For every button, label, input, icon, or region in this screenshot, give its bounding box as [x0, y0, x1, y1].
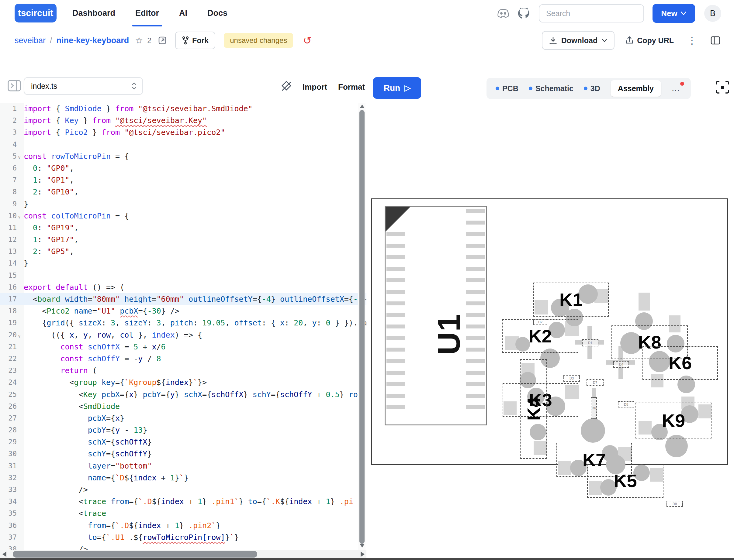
scroll-up-arrow[interactable]	[360, 105, 364, 108]
chip-pin	[466, 359, 485, 363]
line-number: 13	[0, 246, 17, 257]
code-line: 33 />	[0, 484, 366, 496]
code-line: 26 <SmdDiode	[0, 400, 366, 412]
fullscreen-icon[interactable]	[715, 80, 730, 94]
chip-pin	[466, 267, 485, 271]
new-button[interactable]: New	[653, 4, 695, 23]
editor-toolbar: index.ts Import Format Run ▷ PCBSchemati…	[0, 54, 734, 103]
chip-pin	[466, 382, 485, 386]
view-tab-assembly[interactable]: Assembly	[611, 80, 661, 97]
tscircuit-logo[interactable]: tscircuit	[15, 4, 57, 22]
code-line: 6 0: "GP0",	[0, 162, 366, 174]
line-number: 23	[0, 365, 17, 376]
download-icon	[549, 36, 557, 45]
formatter-disabled-icon[interactable]	[280, 80, 293, 93]
line-number: 16	[0, 281, 17, 293]
chip-pin	[387, 278, 405, 282]
line-number: 33	[0, 484, 17, 496]
fork-icon	[182, 36, 189, 45]
scroll-left-arrow[interactable]	[2, 551, 6, 557]
view-tab-label: Assembly	[618, 84, 654, 93]
chip-pin	[387, 371, 405, 375]
nav-item-ai[interactable]: AI	[179, 0, 187, 26]
avatar[interactable]: B	[704, 5, 721, 22]
chip-pin	[466, 278, 485, 282]
tab-status-dot	[496, 87, 499, 90]
select-chevrons-icon	[131, 82, 137, 90]
fold-chevron-icon[interactable]: ∨	[18, 152, 21, 163]
view-tab-pcb[interactable]: PCB	[496, 84, 519, 93]
code-line: 29 schX={schOffX}	[0, 436, 366, 448]
file-select[interactable]: index.ts	[24, 77, 143, 95]
code-line: 13 2: "GP5",	[0, 246, 366, 257]
undo-icon[interactable]: ↺	[303, 35, 312, 46]
line-number: 31	[0, 460, 17, 472]
chip-pin	[466, 232, 485, 236]
nav-item-dashboard[interactable]: Dashboard	[72, 0, 115, 26]
line-number: 29	[0, 436, 17, 448]
code-line: 14}	[0, 257, 366, 269]
collapse-sidebar-icon[interactable]	[7, 80, 21, 92]
code-line: 36 from={`.D${index + 1} .pin2`}	[0, 520, 366, 531]
assembly-board-canvas[interactable]: U1 K1K2K8K6K3K4K9K7K5D1D4D3D7D8D9D2D6	[371, 198, 728, 465]
open-external-icon[interactable]	[158, 36, 167, 45]
vertical-scroll-thumb[interactable]	[359, 110, 364, 544]
import-button[interactable]: Import	[302, 82, 327, 92]
code-editor[interactable]: 1import { SmdDiode } from "@tsci/seveiba…	[0, 103, 366, 551]
code-line: 8 2: "GP10",	[0, 186, 366, 198]
horizontal-scroll-thumb[interactable]	[13, 551, 257, 558]
breadcrumb-bar: seveibar / nine-key-keyboard ☆ 2 Fork un…	[0, 27, 734, 54]
more-views-tab[interactable]: …	[671, 84, 682, 93]
format-button[interactable]: Format	[338, 82, 365, 92]
chip-pin	[387, 382, 405, 386]
top-navbar: tscircuit Dashboard Editor AI Docs New B	[0, 0, 734, 27]
fork-button[interactable]: Fork	[175, 32, 215, 49]
code-line: 19 {grid({ sizeX: 3, sizeY: 3, pitch: 19…	[0, 317, 366, 329]
search-input[interactable]	[539, 4, 644, 22]
chip-pin	[387, 336, 405, 340]
github-icon[interactable]	[518, 7, 530, 19]
panel-divider[interactable]	[368, 54, 368, 558]
preview-view-tabs: PCBSchematic3DAssembly…	[487, 78, 691, 99]
view-tab-schematic[interactable]: Schematic	[529, 84, 574, 93]
breadcrumb-repo-link[interactable]: nine-key-keyboard	[57, 36, 129, 45]
chip-pin	[466, 405, 485, 409]
chip-pin	[466, 313, 485, 317]
nav-item-editor[interactable]: Editor	[135, 0, 159, 26]
code-line: 16export default () => (	[0, 281, 366, 293]
download-button[interactable]: Download	[542, 31, 615, 50]
copy-url-button[interactable]: Copy URL	[626, 36, 674, 45]
diode-outline-d6: D6	[591, 397, 597, 419]
breadcrumb-owner-link[interactable]: seveibar	[15, 36, 46, 45]
line-number: 18	[0, 305, 17, 317]
chip-pin	[466, 290, 485, 294]
line-number: 1	[0, 103, 17, 115]
line-number: 5	[0, 150, 17, 162]
code-line: 10∨const colToMicroPin = {	[0, 210, 366, 222]
star-icon[interactable]: ☆	[135, 35, 143, 46]
discord-icon[interactable]	[497, 8, 510, 19]
star-count: 2	[147, 36, 151, 45]
chip-pin	[387, 290, 405, 294]
fold-chevron-icon[interactable]: ∨	[18, 330, 21, 342]
fold-chevron-icon[interactable]: ∨	[18, 211, 21, 223]
nav-item-docs[interactable]: Docs	[207, 0, 227, 26]
scroll-down-arrow[interactable]	[360, 544, 364, 548]
breadcrumb: seveibar / nine-key-keyboard ☆ 2 Fork un…	[15, 27, 312, 54]
scroll-right-arrow[interactable]	[360, 551, 364, 557]
line-number: 38	[0, 543, 17, 551]
split-panel-icon[interactable]	[710, 36, 721, 45]
file-select-value: index.ts	[31, 82, 57, 91]
chip-pin	[387, 313, 405, 317]
code-line: 37 to={`.U1 .${rowToMicroPin[row]}`}	[0, 531, 366, 543]
diode-outline-d4: D4	[613, 361, 629, 368]
line-number: 10	[0, 210, 17, 222]
code-line: 12 1: "GP17",	[0, 234, 366, 246]
code-line: 32 name={`D${index + 1}`}	[0, 472, 366, 484]
run-button[interactable]: Run ▷	[373, 77, 421, 99]
line-number: 24	[0, 376, 17, 388]
key-label-k1: K1	[533, 283, 609, 317]
view-tab-3d[interactable]: 3D	[584, 84, 600, 93]
kebab-menu-icon[interactable]: ⋮	[685, 35, 699, 46]
diode-outline-d3: D3	[564, 375, 580, 382]
